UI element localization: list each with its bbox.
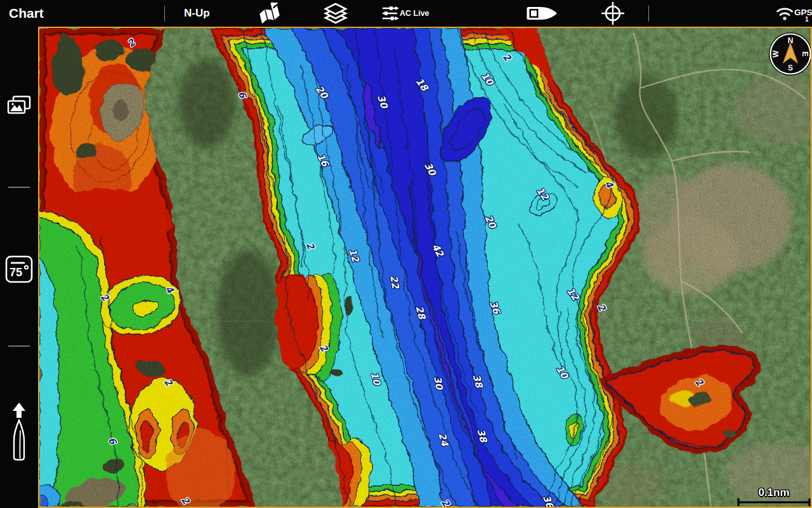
- temperature-widget[interactable]: 75: [5, 255, 33, 283]
- depth-label: 6: [236, 90, 249, 99]
- compass-s: S: [788, 64, 793, 72]
- depth-label: 4: [163, 284, 176, 296]
- sliders-icon: [382, 4, 399, 23]
- scale-ruler: [736, 498, 812, 507]
- depth-label: 2: [317, 342, 331, 354]
- compass-e: E: [801, 51, 809, 57]
- depth-label: 2: [98, 291, 111, 304]
- depth-label: 12: [565, 285, 582, 302]
- depth-label: 20: [313, 83, 331, 100]
- depth-label: 2: [439, 497, 452, 508]
- mark-cursor-button[interactable]: [600, 0, 625, 27]
- depth-label: 30: [422, 161, 438, 178]
- depth-label: 2: [125, 37, 138, 50]
- depth-label: 20: [482, 213, 498, 231]
- ac-live-label: AC Live: [400, 0, 429, 27]
- boat-icon: [527, 6, 560, 21]
- images-icon: [7, 95, 31, 117]
- left-toolbar: 75: [0, 27, 38, 508]
- depth-label: 2: [179, 495, 192, 507]
- screenshot-button[interactable]: [7, 95, 31, 117]
- depth-label: 30: [375, 93, 390, 109]
- depth-label: 12: [534, 185, 551, 202]
- divider: [8, 187, 30, 188]
- depth-label: 38: [475, 428, 490, 444]
- svg-text:75: 75: [10, 266, 22, 279]
- crosshair-icon: [600, 1, 625, 26]
- layers-icon: [322, 2, 349, 25]
- depth-label: 6: [106, 435, 119, 446]
- gps-count: 1: [805, 16, 809, 23]
- divider: [648, 6, 649, 22]
- depth-label: 2: [595, 302, 608, 313]
- wifi-icon: [775, 5, 794, 22]
- depth-label: 42: [429, 242, 446, 259]
- depth-label: 2: [162, 377, 175, 389]
- gps-status-label: GPS: [794, 0, 812, 25]
- scale-label: 0.1nm: [736, 486, 812, 499]
- depth-label: 4: [603, 178, 616, 190]
- temperature-icon: 75: [5, 255, 33, 283]
- depth-label: 16: [315, 152, 331, 169]
- boat-position-button[interactable]: [10, 403, 29, 466]
- depth-labels-layer: 2030181016301220124222283612303810102438…: [39, 28, 811, 507]
- ac-live-button[interactable]: [382, 0, 399, 27]
- boat-button[interactable]: [527, 0, 560, 27]
- depth-label: 10: [479, 70, 496, 87]
- divider: [164, 6, 165, 22]
- depth-label: 2: [501, 51, 513, 64]
- depth-label: 10: [369, 371, 383, 387]
- page-title: Chart: [9, 0, 44, 27]
- map-scale: 0.1nm: [736, 486, 812, 505]
- depth-label: 2: [693, 376, 705, 389]
- depth-label: 28: [414, 305, 428, 321]
- depth-label: 18: [414, 76, 431, 93]
- depth-label: 24: [436, 432, 451, 448]
- wifi-status: [775, 0, 794, 27]
- depth-label: 38: [471, 373, 485, 389]
- layers-button[interactable]: [322, 0, 349, 27]
- depth-label: 30: [431, 375, 445, 391]
- compass-w: W: [771, 50, 780, 58]
- depth-label: 12: [346, 247, 362, 263]
- depth-label: 22: [388, 274, 401, 290]
- chart-source-button[interactable]: [257, 0, 282, 27]
- depth-label: 36: [487, 299, 502, 316]
- orientation-button[interactable]: N-Up: [184, 0, 210, 27]
- depth-label: 36: [540, 493, 556, 508]
- depth-label: 2: [304, 241, 317, 251]
- compass-button[interactable]: N S E W: [766, 30, 812, 78]
- top-menu-bar: Chart N-Up AC Live: [0, 0, 812, 27]
- chart-map-view[interactable]: 2030181016301220124222283612303810102438…: [38, 27, 812, 508]
- boat-nav-icon: [10, 403, 29, 466]
- depth-label: 10: [554, 363, 570, 380]
- chart-map-icon: [257, 2, 282, 25]
- divider: [8, 345, 30, 347]
